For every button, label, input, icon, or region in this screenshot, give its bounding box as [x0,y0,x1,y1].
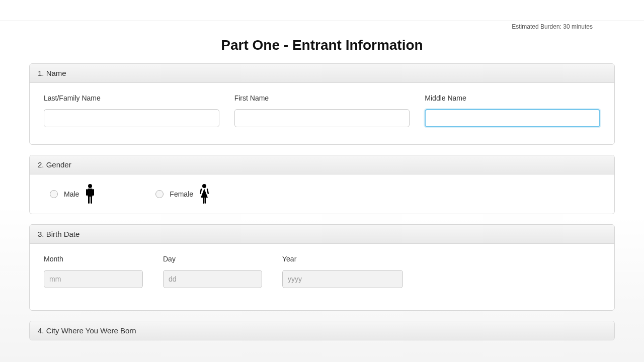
section-city-header: 4. City Where You Were Born [30,321,614,340]
top-bar [0,0,644,21]
field-middle-name: Middle Name [425,94,600,127]
page-content: Estimated Burden: 30 minutes Part One - … [0,21,644,362]
section-birth-header: 3. Birth Date [30,225,614,244]
svg-rect-10 [200,189,202,194]
svg-rect-9 [205,197,206,204]
section-name-header: 1. Name [30,64,614,83]
gender-male-radio[interactable] [50,190,58,198]
field-first-name: First Name [234,94,410,127]
field-last-name: Last/Family Name [44,94,219,127]
svg-point-6 [202,184,206,188]
svg-rect-4 [86,189,88,196]
middle-name-label: Middle Name [425,94,600,102]
gender-female-radio[interactable] [155,190,164,198]
section-gender-body: Male Female [30,174,614,214]
year-input[interactable] [282,270,403,288]
gender-female-label: Female [170,190,193,198]
month-input[interactable] [44,270,143,288]
section-name-body: Last/Family Name First Name Middle Name [30,83,614,144]
svg-rect-5 [93,189,94,196]
page-title: Part One - Entrant Information [29,37,615,53]
field-month: Month [44,255,143,288]
svg-rect-8 [203,197,204,204]
year-label: Year [282,255,403,263]
field-year: Year [282,255,403,288]
middle-name-input[interactable] [425,109,600,127]
last-name-input[interactable] [44,109,219,127]
first-name-label: First Name [234,94,410,102]
svg-marker-7 [201,189,208,198]
gender-female-option[interactable]: Female [155,184,209,205]
first-name-input[interactable] [234,109,410,127]
estimated-burden: Estimated Burden: 30 minutes [29,21,615,30]
svg-rect-1 [88,189,93,197]
svg-rect-3 [91,196,92,204]
male-icon [85,184,95,205]
day-label: Day [163,255,262,263]
female-icon [199,184,209,205]
gender-male-label: Male [64,190,79,198]
svg-point-0 [88,184,92,188]
day-input[interactable] [163,270,262,288]
section-gender-header: 2. Gender [30,155,614,174]
gender-male-option[interactable]: Male [50,184,95,205]
section-name: 1. Name Last/Family Name First Name Midd… [29,63,615,145]
section-birth-date: 3. Birth Date Month Day Year [29,224,615,311]
month-label: Month [44,255,143,263]
svg-rect-11 [207,189,209,194]
section-birth-body: Month Day Year [30,244,614,310]
section-city: 4. City Where You Were Born [29,321,615,340]
section-gender: 2. Gender Male Female [29,155,615,214]
svg-rect-2 [88,196,90,204]
last-name-label: Last/Family Name [44,94,219,102]
field-day: Day [163,255,262,288]
